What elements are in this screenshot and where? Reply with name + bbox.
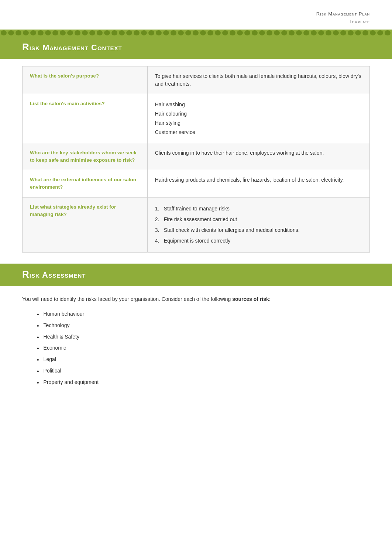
- list-item: Economic: [37, 343, 370, 354]
- answer-cell: Hair washingHair colouringHair stylingCu…: [147, 94, 369, 143]
- list-item: 2.Fire risk assessment carried out: [155, 214, 362, 225]
- list-item: 4.Equipment is stored correctly: [155, 236, 362, 246]
- list-item: Customer service: [155, 128, 362, 137]
- list-item: Hair washing: [155, 100, 362, 109]
- assessment-banner: Risk Assessment: [0, 264, 392, 286]
- answer-cell: Clients coming in to have their hair don…: [147, 143, 369, 170]
- page: Risk Management Plan Template Risk Manag…: [0, 0, 392, 400]
- banner-first-letter: R: [22, 41, 30, 52]
- list-item: Property and equipment: [37, 377, 370, 389]
- assessment-rest-title: isk Assessment: [30, 270, 86, 279]
- context-section: What is the salon's purpose?To give hair…: [0, 59, 392, 264]
- question-cell: What are the external influences of our …: [23, 170, 148, 198]
- list-item: Legal: [37, 354, 370, 366]
- table-row: What is the salon's purpose?To give hair…: [23, 66, 370, 94]
- assessment-section: You will need to identify the risks face…: [0, 295, 392, 400]
- question-cell: List the salon's main activities?: [23, 94, 148, 143]
- banner-dots: [0, 30, 392, 36]
- assessment-banner-title: Risk Assessment: [0, 264, 392, 286]
- banner-rest-title: isk Management Context: [30, 43, 122, 52]
- table-row: List what strategies already exist for m…: [23, 197, 370, 252]
- assessment-first-letter: R: [22, 269, 30, 280]
- assessment-intro-end: :: [269, 296, 271, 302]
- table-row: What are the external influences of our …: [23, 170, 370, 198]
- assessment-intro: You will need to identify the risks face…: [22, 295, 370, 303]
- answer-cell: To give hair services to clients both ma…: [147, 66, 369, 94]
- header-title: Risk Management Plan Template: [22, 10, 370, 26]
- table-row: List the salon's main activities?Hair wa…: [23, 94, 370, 143]
- list-item: Hair colouring: [155, 109, 362, 119]
- context-table: What is the salon's purpose?To give hair…: [22, 66, 370, 253]
- list-item: Political: [37, 366, 370, 377]
- bullet-list: Human behaviourTechnologyHealth & Safety…: [37, 309, 370, 389]
- context-banner: Risk Management Context: [0, 30, 392, 59]
- list-item: Technology: [37, 320, 370, 332]
- assessment-intro-bold: sources of risk: [232, 296, 269, 302]
- assessment-intro-text: You will need to identify the risks face…: [22, 296, 232, 302]
- answer-cell: Hairdressing products and chemicals, fir…: [147, 170, 369, 198]
- header-line1: Risk Management Plan: [22, 10, 370, 18]
- list-item: 1.Staff trained to manage risks: [155, 203, 362, 214]
- list-item: Hair styling: [155, 119, 362, 128]
- question-cell: Who are the key stakeholders whom we see…: [23, 143, 148, 170]
- question-cell: List what strategies already exist for m…: [23, 197, 148, 252]
- header: Risk Management Plan Template: [0, 0, 392, 30]
- table-row: Who are the key stakeholders whom we see…: [23, 143, 370, 170]
- list-item: Human behaviour: [37, 309, 370, 320]
- list-item: 3.Staff check with clients for allergies…: [155, 225, 362, 236]
- header-line2: Template: [22, 18, 370, 26]
- context-banner-title: Risk Management Context: [0, 36, 392, 59]
- answer-cell: 1.Staff trained to manage risks2.Fire ri…: [147, 197, 369, 252]
- list-item: Health & Safety: [37, 332, 370, 343]
- question-cell: What is the salon's purpose?: [23, 66, 148, 94]
